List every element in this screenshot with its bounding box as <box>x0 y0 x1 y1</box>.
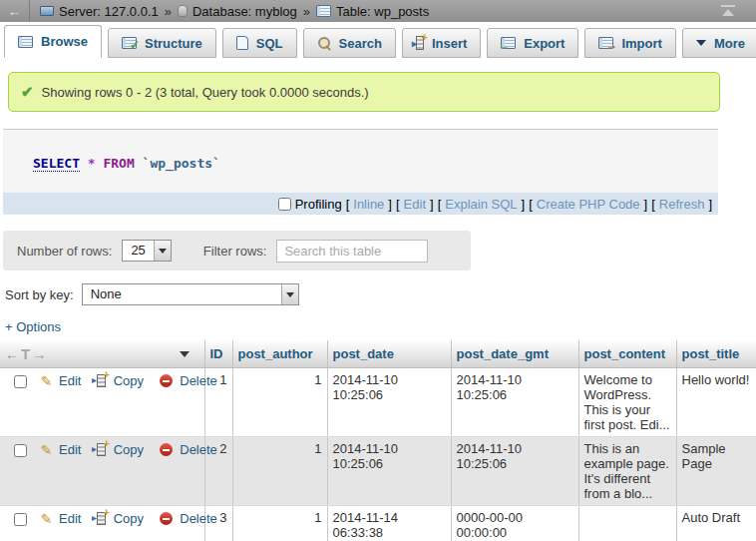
move-columns-right-icon[interactable]: → <box>32 346 46 362</box>
chevron-down-icon <box>696 40 706 46</box>
column-header-post-date-gmt[interactable]: post_date_gmt <box>451 340 578 368</box>
edit-row-link[interactable]: Edit <box>59 442 81 457</box>
row-checkbox[interactable] <box>14 375 27 388</box>
profiling-checkbox[interactable] <box>278 198 291 211</box>
tab-more[interactable]: More <box>682 28 756 58</box>
tab-label: Import <box>621 36 661 51</box>
edit-row-link[interactable]: Edit <box>59 511 81 526</box>
import-icon: → <box>598 37 613 49</box>
tab-label: More <box>714 36 745 51</box>
profiling-label: Profiling <box>295 197 342 212</box>
column-header-post-author[interactable]: post_author <box>232 340 327 368</box>
tab-label: Structure <box>145 36 202 51</box>
create-php-code-link[interactable]: Create PHP Code <box>537 197 640 212</box>
inline-link[interactable]: Inline <box>353 197 384 212</box>
breadcrumb: Server: 127.0.0.1 » Database: myblog » T… <box>40 4 429 19</box>
cell-post-content: Welcome to WordPress. This is your first… <box>578 368 676 437</box>
copy-row-link[interactable]: Copy <box>114 442 144 457</box>
number-of-rows-label: Number of rows: <box>17 244 112 259</box>
check-icon: ✔ <box>21 83 34 101</box>
sort-by-key-label: Sort by key: <box>5 287 74 302</box>
sql-table-ref: `wp_posts` <box>143 156 220 171</box>
row-checkbox[interactable] <box>14 444 27 457</box>
edit-row-link[interactable]: Edit <box>59 373 81 388</box>
tab-label: Browse <box>41 34 88 49</box>
sql-keyword-select[interactable]: SELECT <box>33 156 80 172</box>
delete-icon <box>160 443 173 456</box>
column-visibility-icon[interactable]: T <box>21 345 30 362</box>
breadcrumb-separator: » <box>165 4 172 19</box>
tab-import[interactable]: → Import <box>584 28 675 58</box>
select-arrow-icon <box>281 284 298 304</box>
sql-star: * <box>88 156 96 171</box>
profiling-toggle[interactable]: Profiling <box>278 197 342 212</box>
tab-sql[interactable]: SQL <box>222 28 297 58</box>
copy-icon <box>97 374 106 387</box>
export-icon: ← <box>501 37 516 49</box>
copy-row-link[interactable]: Copy <box>114 373 144 388</box>
cell-post-content <box>578 506 676 541</box>
breadcrumb-table-label: Table: wp_posts <box>336 4 429 19</box>
copy-row-link[interactable]: Copy <box>114 511 144 526</box>
column-header-id[interactable]: ID <box>204 340 232 368</box>
cell-post-date-gmt: 0000-00-00 00:00:00 <box>451 506 578 541</box>
delete-row-link[interactable]: Delete <box>180 511 217 526</box>
pencil-icon: ✎ <box>41 442 53 458</box>
tab-search[interactable]: Search <box>303 28 396 58</box>
cell-post-date: 2014-11-14 06:33:38 <box>327 506 451 541</box>
expand-rows-icon[interactable] <box>180 351 189 357</box>
breadcrumb-database-label: Database: myblog <box>192 4 297 19</box>
search-icon <box>317 36 331 50</box>
back-arrow-icon: ← <box>8 3 22 19</box>
tab-bar: Browse ✓ Structure SQL Search ▸ + Insert… <box>0 22 756 58</box>
collapse-console-icon[interactable] <box>720 4 736 18</box>
filter-rows-input[interactable] <box>276 240 428 263</box>
structure-icon: ✓ <box>122 37 137 49</box>
breadcrumb-bar: ← Server: 127.0.0.1 » Database: myblog »… <box>0 0 756 22</box>
cell-post-author: 1 <box>232 368 327 437</box>
tab-export[interactable]: ← Export <box>487 28 578 58</box>
sql-keyword-from: FROM <box>103 156 134 171</box>
delete-row-link[interactable]: Delete <box>180 373 217 388</box>
sql-query-box: SELECT * FROM `wp_posts` Profiling [ Inl… <box>3 129 718 215</box>
cell-post-date-gmt: 2014-11-10 10:25:06 <box>451 437 578 506</box>
column-header-post-title[interactable]: post_title <box>676 340 756 368</box>
breadcrumb-separator: » <box>303 4 310 19</box>
results-controls-bar: Number of rows: 25 Filter rows: <box>3 231 471 270</box>
tab-insert[interactable]: ▸ + Insert <box>402 28 481 58</box>
tab-label: Insert <box>432 36 467 51</box>
back-button[interactable]: ← <box>0 0 30 22</box>
sql-icon <box>236 36 248 50</box>
copy-icon <box>97 443 106 456</box>
explain-sql-link[interactable]: Explain SQL <box>445 197 517 212</box>
column-header-post-date[interactable]: post_date <box>327 340 451 368</box>
success-message: ✔ Showing rows 0 - 2 (3 total, Query too… <box>8 72 720 112</box>
column-nav-header: ← T → <box>0 340 204 368</box>
table-row: ✎ Edit Copy Delete 1 1 2014-11-10 10:25:… <box>0 368 756 437</box>
success-text: Showing rows 0 - 2 (3 total, Query took … <box>42 85 369 100</box>
server-icon <box>40 6 54 16</box>
refresh-link[interactable]: Refresh <box>659 197 705 212</box>
options-toggle-link[interactable]: + Options <box>5 319 61 334</box>
sort-by-key-row: Sort by key: None <box>5 282 756 306</box>
sort-by-key-select[interactable]: None <box>82 283 299 305</box>
cell-post-date: 2014-11-10 10:25:06 <box>327 437 451 506</box>
breadcrumb-table[interactable]: Table: wp_posts <box>316 4 429 19</box>
column-header-post-content[interactable]: post_content <box>578 340 676 368</box>
breadcrumb-server-label: Server: 127.0.0.1 <box>59 4 159 19</box>
tab-browse[interactable]: Browse <box>4 25 102 58</box>
move-columns-left-icon[interactable]: ← <box>5 346 19 362</box>
row-actions: ✎ Edit Copy Delete <box>0 437 204 506</box>
edit-query-link[interactable]: Edit <box>404 197 426 212</box>
tab-structure[interactable]: ✓ Structure <box>108 28 216 58</box>
tab-label: Export <box>524 36 565 51</box>
table-header-row: ← T → ID post_author post_date post_date… <box>0 340 756 368</box>
breadcrumb-server[interactable]: Server: 127.0.0.1 <box>40 4 159 19</box>
delete-row-link[interactable]: Delete <box>180 442 217 457</box>
tab-label: Search <box>339 36 382 51</box>
pencil-icon: ✎ <box>41 511 53 527</box>
row-checkbox[interactable] <box>14 513 27 526</box>
cell-post-date-gmt: 2014-11-10 10:25:06 <box>451 368 578 437</box>
number-of-rows-select[interactable]: 25 <box>122 240 171 262</box>
breadcrumb-database[interactable]: Database: myblog <box>178 4 297 19</box>
